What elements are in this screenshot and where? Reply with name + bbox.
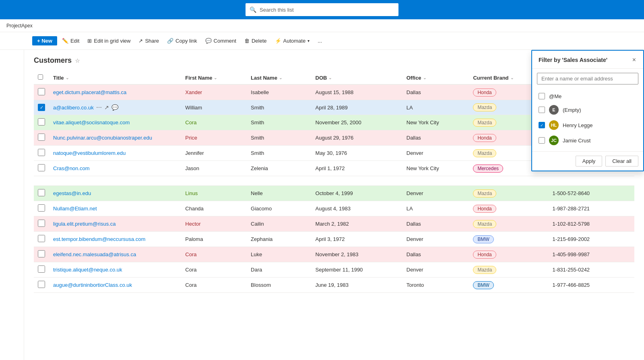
row-checkbox[interactable] — [38, 265, 45, 273]
row-checkbox[interactable] — [38, 88, 45, 95]
row-checkbox-checked[interactable]: ✓ — [38, 104, 45, 111]
th-first-name[interactable]: First Name ⌄ — [181, 71, 247, 84]
row-office-cell: New York City — [402, 115, 469, 130]
row-checkbox[interactable] — [38, 134, 45, 141]
email-link[interactable]: Nullam@Etiam.net — [53, 206, 97, 212]
row-check-cell[interactable] — [34, 161, 49, 176]
row-brand-cell: BMW — [469, 232, 548, 247]
table-row[interactable]: est.tempor.bibendum@neccursusa.com Palom… — [34, 232, 634, 247]
comment-button[interactable]: 💬 Comment — [202, 36, 239, 45]
edit-icon: ✏️ — [62, 38, 68, 44]
email-link[interactable]: natoque@vestibulumlorem.edu — [53, 150, 126, 156]
row-checkbox[interactable] — [38, 118, 45, 125]
filter-checkbox-jamie[interactable] — [539, 137, 545, 144]
filter-search-input[interactable] — [537, 73, 638, 84]
row-check-cell[interactable]: ✓ — [34, 100, 49, 115]
more-icon[interactable]: ⋯ — [96, 104, 102, 111]
email-link[interactable]: tristique.aliquet@neque.co.uk — [53, 267, 122, 273]
row-check-cell[interactable] — [34, 186, 49, 201]
table-row[interactable]: Nullam@Etiam.net Chanda Giacomo August 4… — [34, 201, 634, 216]
email-link[interactable]: Cras@non.com — [53, 165, 90, 171]
filter-option-henry[interactable]: ✓ HL Henry Legge — [537, 117, 638, 133]
row-check-cell[interactable] — [34, 278, 49, 293]
th-last-name[interactable]: Last Name ⌄ — [247, 71, 311, 84]
row-check-cell[interactable] — [34, 115, 49, 130]
star-icon[interactable]: ☆ — [75, 58, 80, 64]
row-check-cell[interactable] — [34, 130, 49, 146]
row-firstname-cell: Paloma — [181, 232, 247, 247]
th-dob[interactable]: DOB ⌄ — [312, 71, 402, 84]
row-checkbox[interactable] — [38, 189, 45, 196]
row-dob-cell: June 19, 1983 — [312, 278, 402, 293]
new-button[interactable]: + New — [32, 36, 57, 45]
row-office-cell: LA — [402, 100, 469, 115]
row-check-cell[interactable] — [34, 216, 49, 232]
row-checkbox[interactable] — [38, 235, 45, 242]
row-checkbox[interactable] — [38, 220, 45, 227]
row-checkbox[interactable] — [38, 204, 45, 212]
search-box[interactable]: 🔍 Search this list — [246, 3, 398, 16]
filter-checkbox-henry[interactable]: ✓ — [539, 122, 545, 128]
th-office[interactable]: Office ⌄ — [402, 71, 469, 84]
automate-button[interactable]: ⚡ Automate ▾ — [272, 36, 313, 45]
filter-close-button[interactable]: × — [632, 56, 637, 64]
email-link[interactable]: eleifend.nec.malesuada@atrisus.ca — [53, 251, 136, 257]
edit-grid-button[interactable]: ⊞ Edit in grid view — [84, 36, 134, 45]
email-link[interactable]: egestas@in.edu — [53, 190, 91, 196]
select-all-checkbox[interactable] — [38, 74, 43, 80]
row-checkbox[interactable] — [38, 250, 45, 257]
filter-option-jamie[interactable]: JC Jamie Crust — [537, 133, 638, 148]
delete-icon: 🗑 — [244, 38, 250, 44]
search-placeholder: Search this list — [260, 7, 294, 13]
edit-button[interactable]: ✏️ Edit — [59, 36, 83, 45]
row-check-cell[interactable] — [34, 84, 49, 100]
row-checkbox[interactable] — [38, 281, 45, 288]
email-link[interactable]: est.tempor.bibendum@neccursusa.com — [53, 236, 145, 242]
row-check-cell[interactable] — [34, 247, 49, 262]
filter-checkbox-empty[interactable] — [539, 107, 545, 113]
user-avatar: JC — [549, 136, 559, 145]
filter-option-empty[interactable]: E (Empty) — [537, 102, 638, 117]
delete-button[interactable]: 🗑 Delete — [241, 36, 270, 45]
share-button[interactable]: ↗ Share — [135, 36, 162, 45]
table-row[interactable]: eleifend.nec.malesuada@atrisus.ca Cora L… — [34, 247, 634, 262]
filter-option-label-me: @Me — [549, 93, 561, 99]
row-dob-cell: April 28, 1989 — [312, 100, 402, 115]
email-link[interactable]: eget.dictum.placerat@mattis.ca — [53, 89, 126, 95]
row-lastname-cell: Smith — [247, 146, 311, 161]
filter-checkbox-me[interactable] — [539, 93, 545, 99]
share-row-icon[interactable]: ↗ — [104, 104, 109, 111]
filter-panel: Filter by 'Sales Associate' × @Me E (Emp… — [531, 50, 644, 171]
email-link[interactable]: Nunc.pulvinar.arcu@conubianostraper.edu — [53, 135, 152, 141]
row-dob-cell: April 3, 1972 — [312, 232, 402, 247]
row-check-cell[interactable] — [34, 262, 49, 278]
table-row[interactable]: ligula.elit.pretium@risus.ca Hector Cail… — [34, 216, 634, 232]
th-title[interactable]: Title ⌄ — [49, 71, 181, 84]
table-row[interactable]: tristique.aliquet@neque.co.uk Cora Dara … — [34, 262, 634, 278]
row-checkbox[interactable] — [38, 149, 45, 156]
row-check-cell[interactable] — [34, 201, 49, 216]
table-row[interactable]: augue@durtininbortiorClass.co.uk Cora Bl… — [34, 278, 634, 293]
comment-row-icon[interactable]: 💬 — [111, 104, 118, 111]
email-link[interactable]: a@aclibero.co.uk — [53, 105, 94, 111]
table-row[interactable]: egestas@in.edu Linus Nelle October 4, 19… — [34, 186, 634, 201]
email-link[interactable]: ligula.elit.pretium@risus.ca — [53, 221, 116, 227]
row-firstname-cell: Cora — [181, 247, 247, 262]
more-button[interactable]: ... — [314, 36, 325, 45]
row-checkbox[interactable] — [38, 164, 45, 171]
user-avatar: E — [549, 105, 559, 115]
apply-button[interactable]: Apply — [576, 156, 603, 167]
row-title-cell: Cras@non.com — [49, 161, 181, 176]
clear-all-button[interactable]: Clear all — [605, 156, 638, 167]
filter-option-me[interactable]: @Me — [537, 90, 638, 102]
filter-option-label-empty: (Empty) — [563, 107, 581, 113]
row-check-cell[interactable] — [34, 146, 49, 161]
row-title-cell: eget.dictum.placerat@mattis.ca — [49, 84, 181, 100]
row-phone-cell: 1-102-812-5798 — [549, 216, 634, 232]
email-link[interactable]: augue@durtininbortiorClass.co.uk — [53, 282, 132, 288]
copy-link-button[interactable]: 🔗 Copy link — [164, 36, 200, 45]
email-link[interactable]: vitae.aliquet@sociisnatoque.com — [53, 119, 130, 125]
row-office-cell: Dallas — [402, 216, 469, 232]
row-dob-cell: April 1, 1972 — [312, 161, 402, 176]
row-check-cell[interactable] — [34, 232, 49, 247]
